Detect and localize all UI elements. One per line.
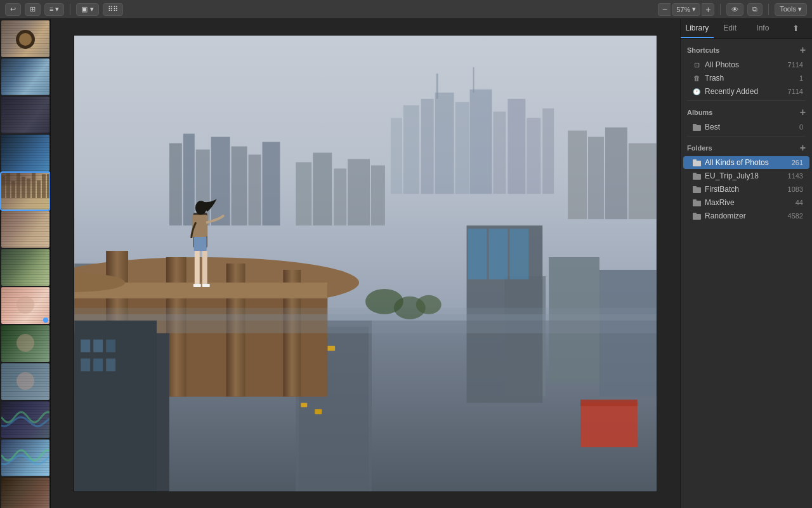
filmstrip-thumb-5[interactable]: [1, 173, 49, 210]
sep3: [768, 4, 769, 15]
svg-rect-60: [194, 237, 207, 251]
eye-btn[interactable]: 👁: [726, 3, 743, 16]
divider-2: [687, 136, 806, 137]
sep2: [720, 4, 721, 15]
svg-rect-16: [169, 144, 182, 226]
albums-add-btn[interactable]: +: [800, 107, 806, 117]
svg-rect-11: [296, 162, 311, 225]
filmstrip-thumb-1[interactable]: [1, 20, 49, 57]
tab-info[interactable]: Info: [747, 19, 780, 38]
tab-export[interactable]: ⬆: [779, 19, 812, 38]
svg-rect-61: [195, 251, 200, 286]
tools-btn[interactable]: Tools ▾: [775, 3, 807, 16]
svg-rect-75: [106, 359, 115, 371]
svg-rect-46: [509, 229, 528, 279]
album-item-best[interactable]: Best 0: [683, 121, 809, 133]
filmstrip: [0, 19, 51, 508]
svg-rect-4: [435, 93, 454, 194]
folder-icon-firstbatch: [693, 186, 701, 193]
shortcuts-add-btn[interactable]: +: [800, 45, 806, 55]
filmstrip-thumb-7[interactable]: [1, 249, 49, 286]
folder-item-firstbatch[interactable]: FirstBatch 1083: [683, 183, 809, 196]
panel-tabs: Library Edit Info ⬆: [681, 19, 812, 39]
folder-icon-maxrive: [693, 199, 701, 206]
svg-rect-24: [588, 137, 604, 220]
tab-edit[interactable]: Edit: [714, 19, 747, 38]
zoom-plus-btn[interactable]: +: [702, 3, 714, 16]
filmstrip-thumb-8[interactable]: [1, 287, 49, 324]
svg-rect-3: [421, 99, 434, 194]
svg-rect-7: [493, 112, 506, 194]
folder-item-all-kinds[interactable]: All Kinds of Photos 261: [683, 156, 809, 169]
svg-rect-63: [193, 284, 201, 287]
svg-rect-74: [93, 359, 103, 371]
filmstrip-thumb-2[interactable]: [1, 58, 49, 95]
folder-item-maxrive[interactable]: MaxRive 44: [683, 196, 809, 209]
svg-rect-23: [568, 131, 587, 220]
svg-rect-35: [315, 409, 322, 414]
filmstrip-thumb-13[interactable]: [1, 478, 49, 508]
svg-rect-6: [470, 90, 492, 194]
folder-icon: [693, 124, 701, 131]
filmstrip-thumb-9[interactable]: [1, 325, 49, 362]
svg-rect-37: [327, 346, 335, 351]
shortcuts-label: Shortcuts: [687, 46, 719, 54]
svg-rect-14: [348, 159, 370, 225]
zoom-dropdown-icon: ▾: [692, 5, 696, 13]
svg-rect-5: [455, 102, 469, 194]
svg-rect-20: [232, 147, 247, 226]
folder-icon-eu-trip: [693, 173, 701, 180]
svg-rect-34: [301, 403, 307, 407]
zoom-display[interactable]: 57% ▾: [672, 3, 700, 16]
svg-rect-13: [334, 168, 346, 225]
filmstrip-thumb-3[interactable]: [1, 97, 49, 133]
albums-label: Albums: [687, 109, 712, 116]
metadata-btn[interactable]: ⠿⠿: [103, 3, 123, 16]
svg-rect-21: [249, 154, 261, 225]
zoom-control: − 57% ▾ +: [658, 3, 714, 16]
svg-rect-48: [580, 399, 638, 406]
layout-icon: ▣ ▾: [81, 5, 93, 13]
svg-rect-26: [629, 144, 657, 220]
compare-btn[interactable]: ⧉: [747, 3, 763, 16]
svg-rect-62: [202, 251, 207, 286]
folder-item-eu-trip[interactable]: EU_Trip_July18 1143: [683, 170, 809, 182]
back-btn[interactable]: ↩: [5, 3, 21, 16]
zoom-minus-btn[interactable]: −: [658, 3, 671, 16]
shortcuts-item-recently-added[interactable]: 🕐 Recently Added 7114: [683, 85, 809, 98]
export-icon: ⬆: [792, 23, 799, 33]
layout-btn[interactable]: ▣ ▾: [76, 3, 98, 16]
view-list-btn[interactable]: ≡ ▾: [44, 3, 64, 16]
svg-point-78: [416, 295, 442, 314]
albums-header: Albums +: [681, 104, 812, 120]
shortcuts-item-all-photos[interactable]: ⊡ All Photos 7114: [683, 58, 809, 71]
metadata-icon: ⠿⠿: [108, 5, 118, 13]
eye-icon: 👁: [731, 6, 738, 13]
svg-rect-8: [508, 99, 525, 194]
svg-rect-73: [81, 359, 90, 371]
svg-rect-19: [211, 137, 230, 226]
folder-item-randomizer[interactable]: Randomizer 4582: [683, 210, 809, 222]
svg-rect-9: [527, 118, 540, 194]
filmstrip-thumb-6[interactable]: [1, 211, 49, 248]
svg-rect-10: [542, 109, 554, 194]
filmstrip-thumb-11[interactable]: [1, 401, 49, 438]
filmstrip-thumb-4[interactable]: [1, 135, 49, 171]
svg-rect-22: [262, 142, 280, 226]
filmstrip-thumb-10[interactable]: [1, 363, 49, 400]
svg-rect-47: [580, 403, 638, 447]
main-area: Library Edit Info ⬆ Shortcuts + ⊡ All Ph…: [0, 19, 812, 508]
svg-rect-64: [202, 284, 210, 287]
folders-add-btn[interactable]: +: [800, 143, 806, 153]
shortcuts-item-trash[interactable]: 🗑 Trash 1: [683, 72, 809, 84]
divider-1: [687, 100, 806, 101]
svg-rect-15: [371, 165, 385, 225]
photo-view[interactable]: [51, 19, 680, 508]
svg-rect-71: [93, 340, 103, 352]
view-grid-btn[interactable]: ⊞: [25, 3, 41, 16]
tab-library[interactable]: Library: [681, 19, 714, 38]
grid-icon: ⊞: [30, 5, 36, 13]
svg-rect-25: [605, 128, 627, 220]
list-icon: ≡ ▾: [49, 5, 59, 13]
filmstrip-thumb-12[interactable]: [1, 439, 49, 476]
